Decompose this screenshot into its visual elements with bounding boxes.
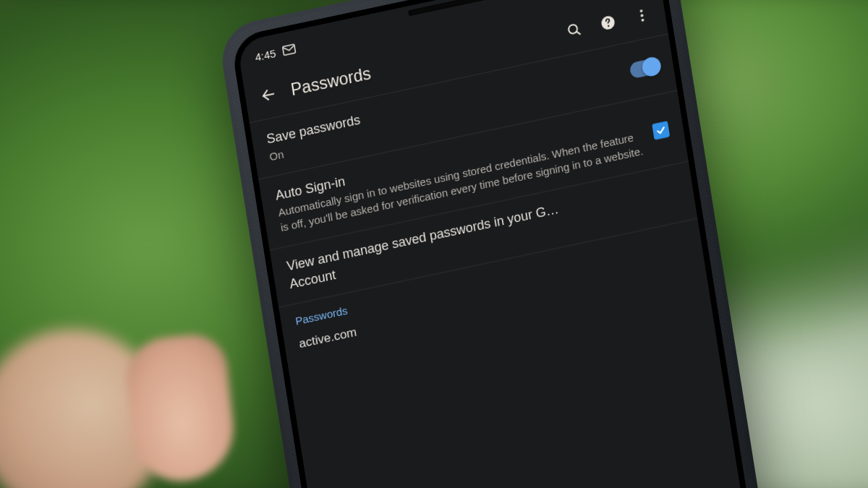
- svg-point-7: [568, 24, 578, 34]
- svg-point-13: [641, 19, 644, 22]
- search-icon: [565, 20, 583, 39]
- arrow-left-icon: [260, 85, 278, 104]
- more-vert-icon: [633, 6, 651, 25]
- mail-icon: [282, 43, 297, 56]
- overflow-menu-button[interactable]: [624, 0, 660, 35]
- help-button[interactable]: [590, 4, 626, 42]
- search-button[interactable]: [556, 11, 592, 49]
- svg-point-12: [640, 14, 643, 17]
- check-icon: [655, 124, 668, 137]
- toggle-knob: [641, 56, 663, 78]
- save-passwords-toggle[interactable]: [629, 57, 660, 79]
- auto-signin-checkbox[interactable]: [652, 121, 670, 140]
- status-time: 4:45: [254, 46, 276, 63]
- manage-text-cutoff: G…: [535, 202, 559, 221]
- back-button[interactable]: [250, 76, 286, 114]
- status-left: 4:45: [254, 43, 297, 64]
- svg-line-8: [576, 31, 580, 35]
- help-circle-icon: [599, 13, 617, 32]
- svg-point-11: [639, 9, 642, 12]
